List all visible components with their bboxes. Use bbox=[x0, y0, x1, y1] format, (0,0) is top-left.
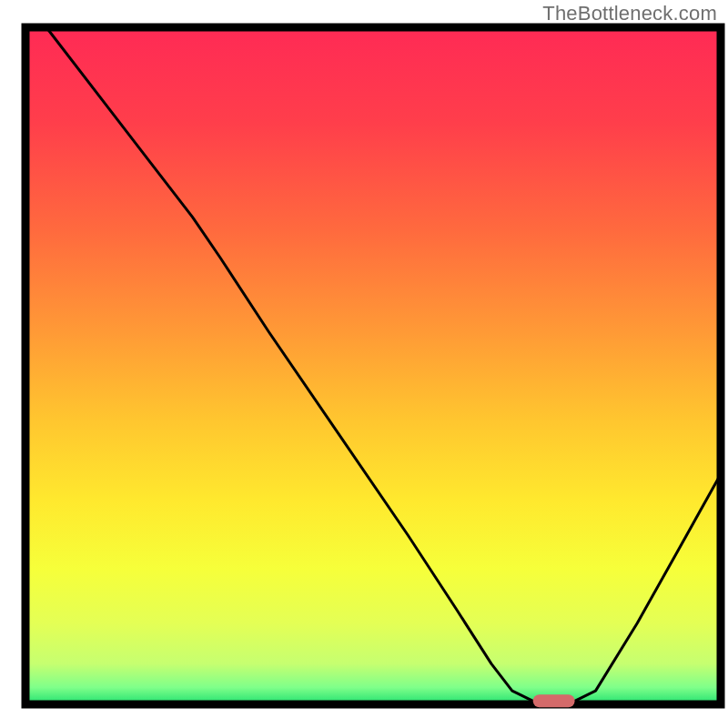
watermark-text: TheBottleneck.com bbox=[542, 2, 717, 25]
chart-svg bbox=[0, 0, 728, 728]
chart-container: TheBottleneck.com bbox=[0, 0, 728, 728]
optimal-marker bbox=[533, 694, 575, 707]
gradient-background bbox=[25, 27, 721, 704]
